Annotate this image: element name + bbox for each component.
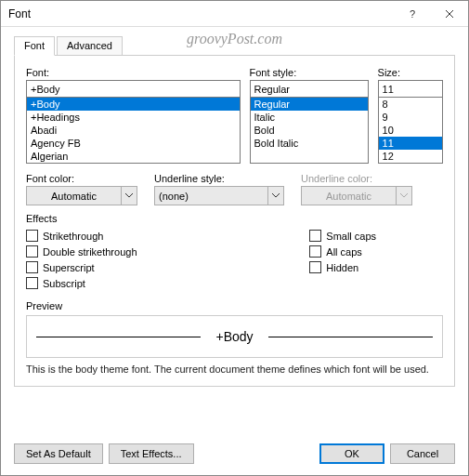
font-style-input[interactable] <box>250 80 369 98</box>
hidden-checkbox[interactable]: Hidden <box>309 261 443 273</box>
all-caps-checkbox[interactable]: All caps <box>309 245 443 258</box>
list-item[interactable]: +Headings <box>27 111 240 124</box>
checkbox-icon <box>26 277 38 289</box>
tab-strip: Font Advanced <box>14 36 468 56</box>
list-item[interactable]: Abadi <box>27 124 240 137</box>
checkbox-label: Hidden <box>326 262 358 273</box>
list-item[interactable]: 9 <box>379 111 442 124</box>
double-strikethrough-checkbox[interactable]: Double strikethrough <box>26 245 216 258</box>
font-color-value: Automatic <box>27 191 121 202</box>
dialog-title: Font <box>8 7 394 20</box>
checkbox-icon <box>309 245 321 258</box>
text-effects-button[interactable]: Text Effects... <box>109 443 194 464</box>
font-color-dropdown[interactable]: Automatic <box>26 186 137 205</box>
underline-color-dropdown: Automatic <box>301 186 412 205</box>
chevron-down-icon <box>121 187 137 205</box>
list-item[interactable]: Agency FB <box>27 137 240 150</box>
strikethrough-checkbox[interactable]: Strikethrough <box>26 230 216 242</box>
underline-color-value: Automatic <box>302 191 396 202</box>
font-label: Font: <box>26 67 241 78</box>
underline-color-label: Underline color: <box>301 173 412 184</box>
font-input[interactable] <box>26 80 241 98</box>
font-color-label: Font color: <box>26 173 137 184</box>
checkbox-label: All caps <box>326 246 362 258</box>
font-style-label: Font style: <box>250 67 369 78</box>
size-listbox[interactable]: 8 9 10 11 12 <box>378 97 443 164</box>
effects-group-label: Effects <box>26 213 443 224</box>
underline-style-dropdown[interactable]: (none) <box>154 186 284 205</box>
list-item[interactable]: Italic <box>251 111 368 124</box>
font-tab-panel: Font: +Body +Headings Abadi Agency FB Al… <box>14 55 455 387</box>
svg-text:?: ? <box>410 9 415 19</box>
list-item[interactable]: 8 <box>379 98 442 111</box>
superscript-checkbox[interactable]: Superscript <box>26 261 216 273</box>
list-item[interactable]: Regular <box>251 98 368 111</box>
list-item[interactable]: Bold <box>251 124 368 137</box>
checkbox-label: Double strikethrough <box>43 246 137 258</box>
small-caps-checkbox[interactable]: Small caps <box>309 230 443 242</box>
dialog-footer: Set As Default Text Effects... OK Cancel <box>14 443 455 464</box>
titlebar: Font ? <box>1 1 468 27</box>
list-item[interactable]: Algerian <box>27 150 240 163</box>
underline-style-label: Underline style: <box>154 173 284 184</box>
checkbox-label: Small caps <box>326 231 376 242</box>
checkbox-icon <box>26 261 38 273</box>
help-icon: ? <box>408 9 417 19</box>
list-item[interactable]: +Body <box>27 98 240 111</box>
checkbox-icon <box>309 230 321 242</box>
close-button[interactable] <box>431 1 468 27</box>
checkbox-label: Subscript <box>43 278 85 289</box>
tab-font[interactable]: Font <box>14 36 55 56</box>
chevron-down-icon <box>267 187 283 205</box>
checkbox-icon <box>26 230 38 242</box>
underline-style-value: (none) <box>155 191 267 202</box>
font-style-listbox[interactable]: Regular Italic Bold Bold Italic <box>250 97 369 164</box>
close-icon <box>445 9 454 19</box>
preview-text: +Body <box>215 329 253 344</box>
checkbox-icon <box>26 245 38 258</box>
list-item[interactable]: Bold Italic <box>251 137 368 150</box>
preview-line-left <box>36 337 201 337</box>
preview-note: This is the body theme font. The current… <box>26 364 443 375</box>
cancel-button[interactable]: Cancel <box>390 443 455 464</box>
list-item[interactable]: 12 <box>379 150 442 163</box>
preview-line-right <box>268 337 433 337</box>
tab-advanced[interactable]: Advanced <box>57 36 123 56</box>
checkbox-label: Strikethrough <box>43 231 103 242</box>
checkbox-label: Superscript <box>43 262 95 273</box>
size-label: Size: <box>378 67 443 78</box>
help-button[interactable]: ? <box>394 1 431 27</box>
size-input[interactable] <box>378 80 443 98</box>
preview-box: +Body <box>26 315 443 358</box>
set-default-button[interactable]: Set As Default <box>14 443 103 464</box>
list-item[interactable]: 10 <box>379 124 442 137</box>
subscript-checkbox[interactable]: Subscript <box>26 277 216 289</box>
ok-button[interactable]: OK <box>319 443 384 464</box>
preview-group-label: Preview <box>26 300 443 311</box>
chevron-down-icon <box>396 187 411 205</box>
list-item[interactable]: 11 <box>379 137 442 150</box>
font-listbox[interactable]: +Body +Headings Abadi Agency FB Algerian <box>26 97 241 164</box>
checkbox-icon <box>309 261 321 273</box>
font-dialog: Font ? groovyPost.com Font Advanced Font… <box>0 0 469 476</box>
effects-group: Strikethrough Double strikethrough Super… <box>26 228 443 291</box>
